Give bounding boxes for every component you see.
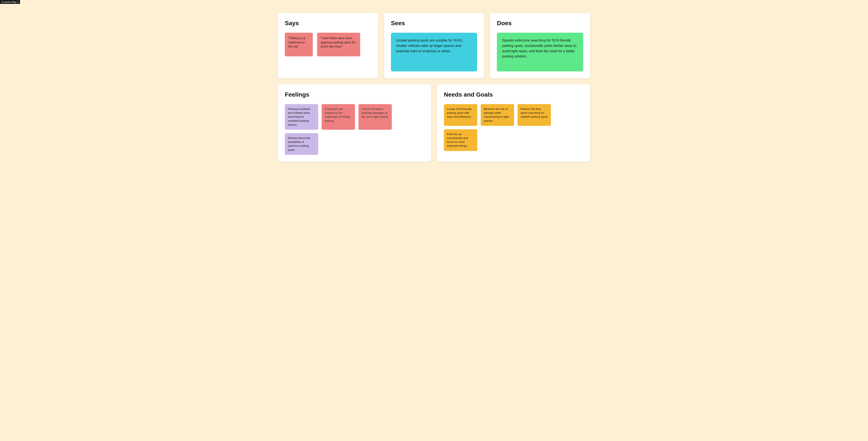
feelings-title: Feelings	[285, 91, 424, 98]
feeling-note-1: Feeling inundated and irritated while se…	[285, 104, 318, 130]
does-content: Spends extra time searching for SUV-frie…	[497, 33, 583, 71]
feeling-note-4: Worried about the availability of spacio…	[285, 133, 318, 155]
does-title: Does	[497, 20, 583, 27]
needs-notes: Locate SUV-friendly parking spots with e…	[444, 104, 583, 151]
sees-title: Sees	[391, 20, 477, 27]
main-container: Says "Parking is a nightmare in the city…	[278, 13, 590, 162]
app-title: Empathy Map 1	[2, 1, 18, 3]
says-notes: "Parking is a nightmare in the city" "I …	[285, 33, 371, 56]
page-title-bar: Empathy Map 1	[0, 0, 20, 4]
need-note-2: Minimize the risk of damage while maneuv…	[481, 104, 514, 126]
need-note-1: Locate SUV-friendly parking spots with e…	[444, 104, 477, 126]
says-card: Says "Parking is a nightmare in the city…	[278, 13, 378, 78]
sees-content: Limited parking spots are suitable for S…	[391, 33, 477, 71]
feelings-notes: Feeling inundated and irritated while se…	[285, 104, 424, 155]
needs-card: Needs and Goals Locate SUV-friendly park…	[437, 84, 590, 162]
needs-title: Needs and Goals	[444, 91, 583, 98]
top-row: Says "Parking is a nightmare in the city…	[278, 13, 590, 78]
bottom-row: Feelings Feeling inundated and irritated…	[278, 84, 590, 162]
says-title: Says	[285, 20, 371, 27]
feelings-card: Feelings Feeling inundated and irritated…	[278, 84, 431, 162]
need-note-4: Park his car conveniently and focus on m…	[444, 129, 477, 151]
feeling-note-2: Frustrated and irritated by the challeng…	[321, 104, 355, 130]
says-note-1: "Parking is a nightmare in the city"	[285, 33, 313, 56]
says-note-2: "I wish there were more spacious parking…	[317, 33, 360, 56]
does-card: Does Spends extra time searching for SUV…	[490, 13, 590, 78]
need-note-3: Reduce the time spent searching for suit…	[518, 104, 551, 126]
feeling-note-3: Concerned about potential damages to his…	[359, 104, 392, 130]
sees-card: Sees Limited parking spots are suitable …	[384, 13, 484, 78]
